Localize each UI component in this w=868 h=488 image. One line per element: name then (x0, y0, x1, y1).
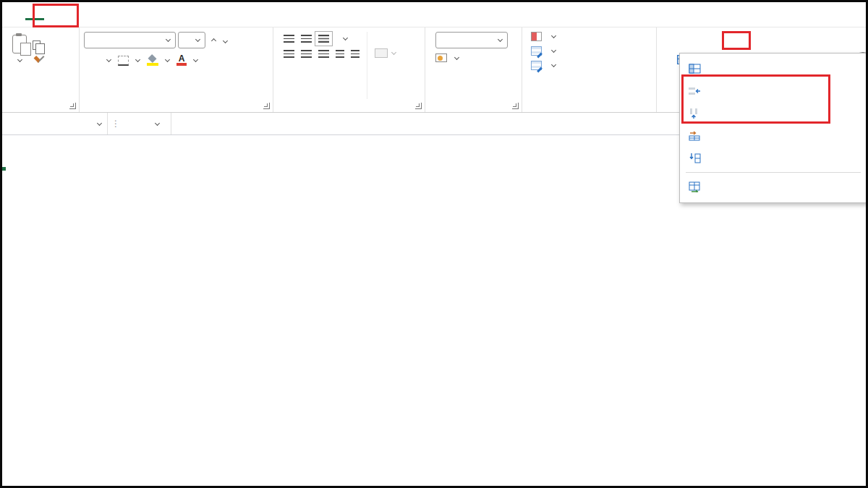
increase-indent-icon[interactable] (351, 50, 359, 58)
font-size-dropdown-icon[interactable] (195, 37, 200, 42)
tab-foxit-pdf[interactable] (195, 9, 213, 20)
menu-item-insert-sheet-columns[interactable] (680, 102, 867, 124)
tab-view[interactable] (138, 9, 157, 20)
number-format-select[interactable] (435, 32, 508, 48)
grow-font-button[interactable] (210, 34, 217, 46)
shrink-font-button[interactable] (222, 34, 229, 46)
tab-file[interactable] (7, 9, 25, 20)
align-top-icon[interactable] (284, 35, 294, 43)
fx-dropdown-icon[interactable] (155, 120, 160, 125)
align-middle-icon[interactable] (301, 35, 312, 43)
insert-dropdown-menu (679, 53, 867, 203)
ribbon-tab-bar (2, 2, 866, 27)
tab-query[interactable] (232, 9, 251, 20)
borders-dropdown-icon[interactable] (135, 57, 140, 62)
cell-styles-button[interactable] (531, 61, 653, 70)
tab-automate[interactable] (157, 9, 176, 20)
font-name-dropdown-icon[interactable] (166, 37, 171, 42)
menu-item-insert-sheet-rows[interactable] (680, 80, 867, 102)
clipboard-group (2, 27, 80, 112)
number-dialog-launcher[interactable] (512, 103, 519, 109)
borders-icon[interactable] (118, 56, 129, 66)
tab-formulas[interactable] (82, 9, 101, 20)
cell-styles-icon (531, 61, 542, 70)
tab-help[interactable] (176, 9, 195, 20)
fill-color-dropdown-icon[interactable] (165, 57, 170, 62)
name-box[interactable] (2, 113, 108, 134)
insert-sheet-icon (687, 181, 702, 192)
insert-sheet-columns-icon (687, 108, 702, 119)
alignment-group (273, 27, 425, 112)
format-as-table-button[interactable] (531, 46, 653, 56)
excel-window: A (0, 0, 868, 488)
orientation-dropdown-icon[interactable] (343, 35, 348, 40)
clipboard-dialog-launcher[interactable] (69, 103, 76, 109)
copy-icon[interactable] (33, 40, 41, 50)
decrease-indent-icon[interactable] (336, 50, 344, 58)
insert-cells-icon (687, 64, 702, 74)
tab-page-layout[interactable] (63, 9, 82, 20)
font-name-select[interactable] (84, 32, 176, 48)
number-group (425, 27, 522, 112)
align-left-icon[interactable] (284, 50, 294, 58)
accounting-format-icon[interactable] (435, 53, 447, 62)
paste-button[interactable] (7, 32, 33, 99)
insert-table-columns-left-icon (687, 153, 702, 163)
menu-item-insert-cells[interactable] (680, 57, 867, 80)
insert-table-rows-above-icon (687, 130, 702, 141)
tab-table-design[interactable] (213, 9, 232, 20)
menu-item-insert-table-columns-left[interactable] (680, 147, 867, 169)
tab-data[interactable] (101, 9, 119, 20)
tab-home[interactable] (25, 9, 44, 20)
insert-sheet-rows-icon (687, 86, 702, 96)
tab-insert[interactable] (44, 9, 63, 20)
fill-color-icon[interactable] (147, 55, 158, 66)
font-color-icon[interactable]: A (176, 55, 187, 66)
wrap-text-icon[interactable] (375, 35, 397, 41)
number-format-dropdown-icon[interactable] (498, 37, 503, 42)
selection-border (2, 167, 5, 170)
conditional-formatting-icon (531, 32, 542, 41)
align-center-icon[interactable] (301, 50, 312, 58)
name-box-dropdown-icon[interactable] (97, 120, 102, 125)
fill-handle[interactable] (2, 166, 7, 171)
paste-dropdown-icon[interactable] (17, 57, 22, 62)
formula-bar-grip[interactable]: ⋮ (108, 119, 124, 129)
format-as-table-icon (531, 46, 542, 56)
tab-review[interactable] (119, 9, 138, 20)
align-bottom-icon[interactable] (318, 35, 329, 43)
underline-dropdown-icon[interactable] (106, 57, 111, 62)
font-group: A (80, 27, 273, 112)
menu-item-insert-sheet[interactable] (680, 176, 867, 198)
merge-center-icon[interactable] (375, 48, 388, 58)
font-dialog-launcher[interactable] (263, 103, 270, 109)
alignment-dialog-launcher[interactable] (415, 103, 422, 109)
menu-item-insert-table-rows-above[interactable] (680, 124, 867, 147)
merge-dropdown-icon[interactable] (391, 50, 396, 55)
font-size-select[interactable] (178, 32, 205, 48)
paste-icon (12, 35, 27, 53)
align-right-icon[interactable] (318, 50, 329, 58)
styles-group (522, 27, 657, 112)
font-color-dropdown-icon[interactable] (193, 57, 198, 62)
conditional-formatting-button[interactable] (531, 32, 653, 41)
accounting-dropdown-icon[interactable] (454, 54, 459, 59)
menu-separator (686, 172, 861, 173)
